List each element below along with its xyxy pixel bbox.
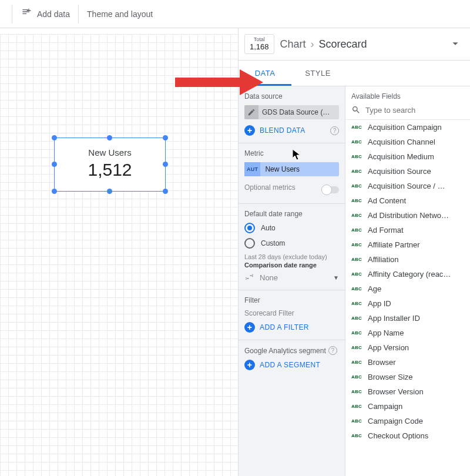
field-type-badge: ABC bbox=[351, 242, 363, 247]
radio-custom[interactable]: Custom bbox=[244, 238, 339, 249]
pencil-icon[interactable] bbox=[244, 105, 258, 119]
date-range-note: Last 28 days (exclude today) bbox=[244, 253, 339, 260]
radio-icon bbox=[244, 238, 255, 249]
help-icon[interactable]: ? bbox=[330, 126, 339, 135]
field-row[interactable]: ABCAffiliation bbox=[345, 252, 470, 267]
field-row[interactable]: ABCCampaign Code bbox=[345, 414, 470, 428]
fields-search[interactable] bbox=[345, 104, 470, 120]
chart-thumbnail[interactable]: Total 1,168 bbox=[244, 34, 274, 54]
field-row[interactable]: ABCApp Installer ID bbox=[345, 311, 470, 326]
field-label: Acquisition Source bbox=[368, 167, 431, 176]
section-title: Metric bbox=[244, 149, 339, 157]
help-icon[interactable]: ? bbox=[328, 346, 337, 355]
field-row[interactable]: ABCAcquisition Source / … bbox=[345, 179, 470, 193]
resize-handle[interactable] bbox=[107, 135, 112, 140]
data-source-section: Data source GDS Data Source (… + BLEND D… bbox=[239, 86, 345, 143]
field-label: Age bbox=[368, 284, 381, 293]
toolbar-divider bbox=[12, 5, 12, 24]
resize-handle[interactable] bbox=[52, 162, 57, 167]
field-row[interactable]: ABCAcquisition Channel bbox=[345, 135, 470, 149]
add-data-label: Add data bbox=[37, 9, 70, 19]
field-label: Acquisition Channel bbox=[368, 138, 435, 146]
field-type-badge: ABC bbox=[351, 433, 363, 438]
comparison-dropdown[interactable]: None ▼ bbox=[244, 272, 339, 283]
plus-icon[interactable]: + bbox=[244, 125, 255, 136]
resize-handle[interactable] bbox=[107, 189, 112, 194]
add-data-icon bbox=[21, 7, 32, 21]
theme-layout-button[interactable]: Theme and layout bbox=[81, 6, 159, 22]
resize-handle[interactable] bbox=[52, 135, 57, 140]
canvas-grid bbox=[0, 34, 238, 476]
field-label: Acquisition Source / … bbox=[368, 182, 445, 190]
field-row[interactable]: ABCAffinity Category (reac… bbox=[345, 267, 470, 281]
field-row[interactable]: ABCAffiliate Partner bbox=[345, 237, 470, 252]
field-type-badge: ABC bbox=[351, 169, 363, 174]
field-label: Checkout Options bbox=[368, 431, 428, 440]
chevron-right-icon: › bbox=[311, 38, 314, 51]
field-row[interactable]: ABCAd Content bbox=[345, 193, 470, 208]
resize-handle[interactable] bbox=[163, 189, 168, 194]
filter-subtitle: Scorecard Filter bbox=[244, 309, 339, 317]
field-label: App Version bbox=[368, 343, 409, 352]
section-title: Data source bbox=[244, 92, 339, 100]
breadcrumb-root: Chart bbox=[280, 38, 306, 51]
fields-list[interactable]: ABCAcquisition CampaignABCAcquisition Ch… bbox=[345, 120, 470, 476]
field-type-badge: ABC bbox=[351, 271, 363, 277]
field-label: Ad Content bbox=[368, 196, 406, 205]
blend-data-link[interactable]: BLEND DATA bbox=[260, 126, 325, 135]
theme-layout-label: Theme and layout bbox=[87, 9, 153, 19]
field-row[interactable]: ABCAge bbox=[345, 281, 470, 296]
resize-handle[interactable] bbox=[163, 135, 168, 140]
field-row[interactable]: ABCAcquisition Medium bbox=[345, 149, 470, 164]
fields-search-input[interactable] bbox=[365, 106, 464, 115]
resize-handle[interactable] bbox=[163, 162, 168, 167]
field-row[interactable]: ABCAcquisition Campaign bbox=[345, 120, 470, 135]
field-row[interactable]: ABCBrowser Version bbox=[345, 384, 470, 399]
add-segment-label: ADD A SEGMENT bbox=[260, 361, 320, 369]
plus-icon: + bbox=[244, 360, 255, 370]
ga-segment-section: Google Analytics segment ? + ADD A SEGME… bbox=[239, 340, 345, 377]
breadcrumb[interactable]: Chart › Scorecard bbox=[280, 38, 443, 51]
tab-data[interactable]: DATA bbox=[239, 61, 291, 86]
field-row[interactable]: ABCApp Name bbox=[345, 326, 470, 340]
canvas-area[interactable]: New Users 1,512 bbox=[0, 28, 239, 476]
field-row[interactable]: ABCBrowser bbox=[345, 355, 470, 370]
scorecard-widget[interactable]: New Users 1,512 bbox=[54, 138, 166, 192]
optional-metrics-toggle[interactable] bbox=[323, 186, 339, 193]
field-row[interactable]: ABCBrowser Size bbox=[345, 370, 470, 384]
field-row[interactable]: ABCCampaign bbox=[345, 399, 470, 414]
field-type-badge: ABC bbox=[351, 389, 363, 394]
swap-icon bbox=[244, 272, 255, 283]
chevron-down-icon[interactable] bbox=[449, 37, 462, 52]
field-label: Browser Version bbox=[368, 387, 424, 396]
field-row[interactable]: ABCCheckout Options bbox=[345, 428, 470, 443]
available-fields-column: Available Fields ABCAcquisition Campaign… bbox=[345, 86, 470, 476]
field-row[interactable]: ABCAd Distribution Netwo… bbox=[345, 208, 470, 223]
field-label: Affiliate Partner bbox=[368, 240, 420, 249]
metric-chip[interactable]: AUT New Users bbox=[244, 162, 339, 176]
add-segment-link[interactable]: + ADD A SEGMENT bbox=[244, 360, 339, 370]
data-source-chip[interactable]: GDS Data Source (… bbox=[244, 105, 339, 119]
chart-header: Total 1,168 Chart › Scorecard bbox=[239, 28, 470, 61]
field-row[interactable]: ABCApp ID bbox=[345, 296, 470, 311]
field-label: Acquisition Medium bbox=[368, 152, 434, 161]
data-source-name: GDS Data Source (… bbox=[258, 108, 339, 116]
caret-down-icon: ▼ bbox=[333, 274, 339, 281]
field-label: App Installer ID bbox=[368, 314, 420, 323]
field-label: Browser Size bbox=[368, 373, 413, 381]
field-type-badge: ABC bbox=[351, 198, 363, 203]
field-row[interactable]: ABCApp Version bbox=[345, 340, 470, 355]
section-title: Filter bbox=[244, 296, 339, 304]
radio-auto[interactable]: Auto bbox=[244, 223, 339, 233]
config-column: Data source GDS Data Source (… + BLEND D… bbox=[239, 86, 345, 476]
add-filter-label: ADD A FILTER bbox=[260, 323, 309, 331]
comparison-title: Comparison date range bbox=[244, 262, 339, 269]
tab-style[interactable]: STYLE bbox=[291, 61, 344, 86]
field-row[interactable]: ABCAcquisition Source bbox=[345, 164, 470, 179]
field-type-badge: ABC bbox=[351, 418, 363, 424]
top-toolbar: Add data Theme and layout bbox=[0, 0, 470, 28]
resize-handle[interactable] bbox=[52, 189, 57, 194]
add-filter-link[interactable]: + ADD A FILTER bbox=[244, 322, 339, 333]
add-data-button[interactable]: Add data bbox=[15, 4, 76, 24]
field-row[interactable]: ABCAd Format bbox=[345, 223, 470, 237]
